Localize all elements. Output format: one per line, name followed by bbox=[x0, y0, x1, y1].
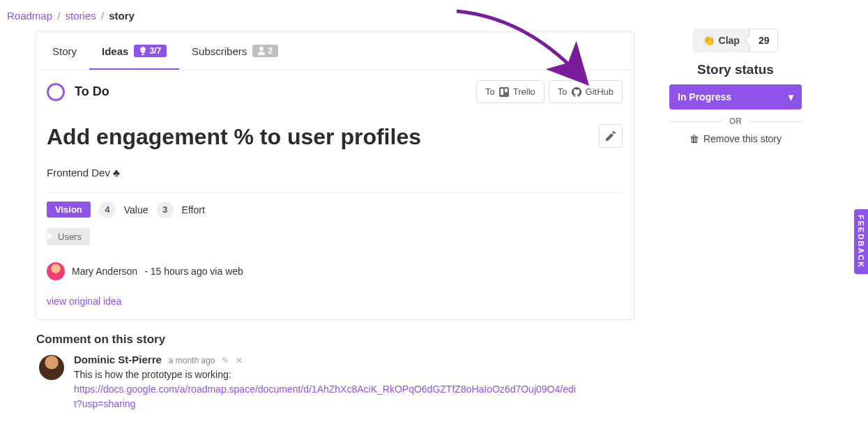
effort-number: 3 bbox=[157, 202, 174, 218]
or-label: OR bbox=[729, 116, 742, 126]
breadcrumb-section[interactable]: stories bbox=[66, 10, 96, 22]
author-name: Mary Anderson bbox=[72, 266, 137, 277]
comment-body: This is how the prototype is working: ht… bbox=[74, 368, 576, 411]
clap-control: 👏 Clap 29 bbox=[693, 29, 779, 52]
status-circle-icon bbox=[47, 83, 65, 101]
subscribers-count-pill: 2 bbox=[252, 45, 278, 57]
edit-button[interactable] bbox=[599, 124, 623, 148]
tab-ideas[interactable]: Ideas 3/7 bbox=[89, 32, 179, 70]
comment-author: Dominic St-Pierre bbox=[74, 354, 162, 365]
comments-heading: Comment on this story bbox=[36, 333, 634, 347]
svg-rect-2 bbox=[505, 89, 508, 92]
export-github-label: GitHub bbox=[586, 86, 614, 97]
export-to-label: To bbox=[485, 86, 495, 97]
sidebar: 👏 Clap 29 Story status In Progress ▾ OR … bbox=[662, 24, 809, 144]
trash-icon: 🗑 bbox=[690, 133, 699, 144]
status-label: To Do bbox=[75, 84, 109, 99]
divider bbox=[47, 192, 623, 193]
or-separator: OR bbox=[669, 116, 802, 126]
breadcrumb-sep: / bbox=[57, 10, 60, 22]
breadcrumb: Roadmap / stories / story bbox=[0, 0, 868, 24]
author-meta: - 15 hours ago via web bbox=[144, 266, 243, 277]
story-status-heading: Story status bbox=[662, 62, 809, 77]
tag-users[interactable]: Users bbox=[47, 228, 90, 245]
status-dropdown[interactable]: In Progress ▾ bbox=[669, 84, 802, 109]
clap-count: 29 bbox=[749, 29, 779, 52]
tabs: Story Ideas 3/7 Subscribers 2 bbox=[36, 32, 634, 70]
breadcrumb-root[interactable]: Roadmap bbox=[7, 10, 52, 22]
export-to-label: To bbox=[558, 86, 568, 97]
comment-meta: a month ago bbox=[169, 356, 215, 365]
tab-story-label: Story bbox=[52, 45, 77, 57]
story-title: Add engagement % to user profiles bbox=[47, 124, 599, 150]
trello-icon bbox=[499, 87, 509, 97]
comment-text: This is how the prototype is working: bbox=[74, 369, 231, 380]
breadcrumb-sep: / bbox=[101, 10, 104, 22]
chevron-down-icon: ▾ bbox=[789, 91, 793, 103]
comment-link[interactable]: https://docs.google.com/a/roadmap.space/… bbox=[74, 384, 576, 409]
pencil-icon bbox=[606, 131, 616, 141]
status-dropdown-label: In Progress bbox=[678, 91, 731, 103]
export-github-button[interactable]: To GitHub bbox=[549, 80, 623, 103]
person-icon bbox=[258, 47, 265, 55]
tab-ideas-label: Ideas bbox=[102, 45, 128, 57]
comment-item: Dominic St-Pierre a month ago ✎ ✕ This i… bbox=[35, 354, 634, 411]
clap-button[interactable]: 👏 Clap bbox=[693, 29, 749, 52]
story-card: Story Ideas 3/7 Subscribers 2 bbox=[35, 31, 634, 320]
feedback-tab[interactable]: FEEDBACK bbox=[854, 209, 868, 274]
author-row: Mary Anderson - 15 hours ago via web bbox=[47, 262, 623, 280]
tab-subscribers[interactable]: Subscribers 2 bbox=[179, 32, 291, 70]
author-avatar bbox=[47, 262, 65, 280]
vision-chip[interactable]: Vision bbox=[47, 202, 91, 218]
breadcrumb-current: story bbox=[109, 10, 135, 22]
ideas-count: 3/7 bbox=[149, 46, 161, 56]
svg-rect-1 bbox=[501, 89, 503, 95]
tab-story[interactable]: Story bbox=[40, 33, 89, 70]
delete-comment-icon[interactable]: ✕ bbox=[236, 356, 243, 365]
view-original-link[interactable]: view original idea bbox=[47, 296, 121, 307]
bulb-icon bbox=[139, 47, 146, 55]
tab-subscribers-label: Subscribers bbox=[192, 45, 247, 57]
edit-comment-icon[interactable]: ✎ bbox=[222, 356, 229, 365]
story-team: Frontend Dev ♣ bbox=[47, 167, 623, 179]
effort-label: Effort bbox=[182, 204, 205, 215]
github-icon bbox=[572, 87, 581, 97]
story-attributes: Vision 4 Value 3 Effort bbox=[47, 202, 623, 218]
export-trello-label: Trello bbox=[513, 86, 535, 97]
comment-avatar bbox=[39, 355, 64, 380]
value-label: Value bbox=[124, 204, 149, 215]
remove-story-button[interactable]: 🗑 Remove this story bbox=[690, 133, 782, 144]
clap-icon: 👏 bbox=[703, 35, 715, 46]
ideas-count-pill: 3/7 bbox=[134, 45, 167, 57]
remove-story-label: Remove this story bbox=[703, 133, 782, 144]
clap-label: Clap bbox=[719, 35, 740, 46]
subscribers-count: 2 bbox=[268, 46, 273, 56]
export-trello-button[interactable]: To Trello bbox=[476, 80, 545, 103]
value-number: 4 bbox=[99, 202, 116, 218]
